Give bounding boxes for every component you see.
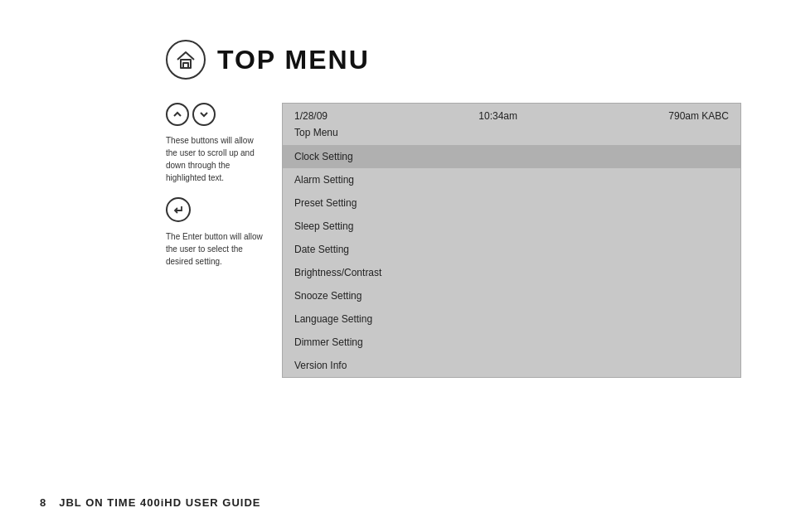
menu-items: Clock SettingAlarm SettingPreset Setting…	[283, 145, 740, 377]
svg-rect-1	[183, 63, 188, 68]
content-layout: These buttons will allow the user to scr…	[166, 103, 741, 378]
screen-time: 10:34am	[478, 110, 517, 122]
nav-instruction-text: These buttons will allow the user to scr…	[166, 134, 265, 184]
screen-header: 1/28/09 10:34am 790am KABC	[283, 104, 740, 125]
menu-item[interactable]: Dimmer Setting	[283, 331, 740, 354]
menu-item[interactable]: Date Setting	[283, 238, 740, 261]
footer-title: JBL ON TIME 400iHD USER GUIDE	[59, 496, 260, 509]
nav-buttons	[166, 103, 265, 126]
main-content: TOP MENU These buttons will allow the us…	[166, 40, 741, 378]
enter-button[interactable]	[166, 197, 191, 222]
screen-menu-label: Top Menu	[283, 125, 740, 145]
menu-item[interactable]: Alarm Setting	[283, 168, 740, 191]
menu-item[interactable]: Snooze Setting	[283, 284, 740, 307]
footer-page-number: 8	[40, 496, 46, 509]
instructions-panel: These buttons will allow the user to scr…	[166, 103, 265, 281]
menu-item[interactable]: Brightness/Contrast	[283, 261, 740, 284]
device-screen: 1/28/09 10:34am 790am KABC Top Menu Cloc…	[282, 103, 741, 378]
title-section: TOP MENU	[166, 40, 741, 80]
screen-date: 1/28/09	[294, 110, 328, 122]
menu-item[interactable]: Clock Setting	[283, 145, 740, 168]
enter-instruction-text: The Enter button will allow the user to …	[166, 230, 265, 268]
footer: 8 JBL ON TIME 400iHD USER GUIDE	[40, 496, 261, 509]
menu-item[interactable]: Sleep Setting	[283, 215, 740, 238]
nav-down-button[interactable]	[192, 103, 216, 126]
menu-item[interactable]: Language Setting	[283, 307, 740, 331]
menu-item[interactable]: Preset Setting	[283, 191, 740, 215]
screen-station: 790am KABC	[668, 110, 729, 122]
home-icon	[166, 40, 206, 80]
page-title: TOP MENU	[217, 45, 370, 75]
menu-item[interactable]: Version Info	[283, 354, 740, 377]
nav-up-button[interactable]	[166, 103, 189, 126]
